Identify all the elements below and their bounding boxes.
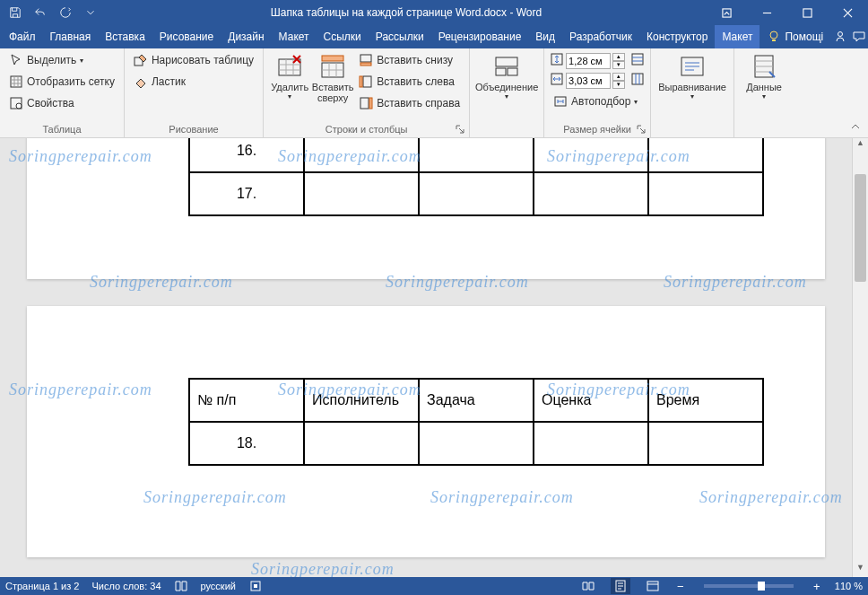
scrollbar-thumb[interactable] [855, 174, 866, 282]
tell-me[interactable]: Помощі [760, 25, 830, 48]
draw-table-button[interactable]: Нарисовать таблицу [130, 50, 257, 70]
distribute-cols-icon[interactable] [630, 72, 645, 89]
insert-below-button[interactable]: Вставить снизу [355, 50, 464, 70]
share-button[interactable] [830, 25, 849, 48]
tab-draw[interactable]: Рисование [152, 25, 221, 48]
table-header-cell[interactable]: Исполнитель [304, 379, 419, 422]
table-header-cell[interactable]: Задача [419, 379, 534, 422]
zoom-thumb[interactable] [758, 582, 765, 591]
table-cell[interactable] [534, 138, 648, 172]
merge-button[interactable]: Объединение▾ [475, 50, 538, 123]
tab-view[interactable]: Вид [528, 25, 562, 48]
properties-button[interactable]: Свойства [5, 93, 118, 113]
table-header-cell[interactable]: Время [648, 379, 763, 422]
page-indicator[interactable]: Страница 1 из 2 [5, 581, 79, 591]
col-width-input[interactable] [566, 73, 611, 89]
autofit-button[interactable]: Автоподбор ▾ [550, 92, 645, 111]
table-cell[interactable] [648, 422, 763, 465]
ribbon-options-button[interactable] [707, 0, 747, 25]
alignment-button[interactable]: Выравнивание▾ [656, 50, 728, 123]
svg-rect-12 [360, 63, 371, 66]
maximize-button[interactable] [787, 0, 828, 25]
distribute-rows-icon[interactable] [630, 52, 645, 69]
insert-above-button[interactable]: Вставить сверху [312, 50, 353, 123]
tab-table-design[interactable]: Конструктор [639, 25, 715, 48]
svg-rect-28 [254, 584, 257, 588]
table-cell[interactable] [648, 172, 763, 215]
table-cell[interactable] [419, 138, 534, 172]
tab-home[interactable]: Главная [43, 25, 99, 48]
macro-button[interactable] [248, 579, 263, 593]
tab-layout[interactable]: Макет [272, 25, 317, 48]
gridlines-button[interactable]: Отобразить сетку [5, 72, 118, 92]
vertical-scrollbar[interactable]: ▲ ▼ [852, 138, 868, 577]
dialog-launcher-icon[interactable] [455, 124, 465, 135]
spellcheck-button[interactable] [174, 579, 188, 593]
row-height-field[interactable]: ▴▾ [550, 52, 645, 69]
properties-icon [9, 96, 23, 110]
height-spinner[interactable]: ▴▾ [612, 53, 625, 69]
tab-developer[interactable]: Разработчик [562, 25, 639, 48]
insert-left-button[interactable]: Вставить слева [355, 72, 464, 92]
collapse-ribbon-button[interactable] [848, 119, 863, 134]
dialog-launcher-icon[interactable] [636, 124, 647, 135]
table-cell[interactable]: 17. [189, 172, 304, 215]
web-layout-button[interactable] [643, 578, 663, 594]
save-button[interactable] [4, 3, 27, 22]
table-cell[interactable] [648, 138, 763, 172]
document-table-page2[interactable]: № п/пИсполнительЗадачаОценкаВремя 18. [188, 378, 764, 466]
table-cell[interactable]: 16. [189, 138, 304, 172]
undo-button[interactable] [29, 3, 52, 22]
table-cell[interactable] [419, 172, 534, 215]
table-header-cell[interactable]: № п/п [189, 379, 304, 422]
web-layout-icon [646, 579, 660, 593]
document-scroll[interactable]: 16. 17. № п/пИсполнительЗадачаОценкаВрем… [0, 138, 852, 577]
tab-table-layout[interactable]: Макет [715, 25, 760, 48]
close-button[interactable] [828, 0, 868, 25]
comments-button[interactable] [849, 25, 868, 48]
group-size-label: Размер ячейки [550, 123, 645, 137]
scroll-up-icon[interactable]: ▲ [853, 138, 868, 153]
table-cell[interactable] [419, 422, 534, 465]
eraser-label: Ластик [152, 75, 186, 88]
insert-right-button[interactable]: Вставить справа [355, 93, 464, 113]
zoom-slider[interactable] [704, 584, 794, 588]
group-table-label: Таблица [5, 123, 118, 137]
table-cell[interactable] [534, 172, 648, 215]
language-indicator[interactable]: русский [201, 581, 236, 591]
table-cell[interactable]: 18. [189, 422, 304, 465]
tab-mailings[interactable]: Рассылки [369, 25, 431, 48]
select-button[interactable]: Выделить ▾ [5, 50, 118, 70]
tab-insert[interactable]: Вставка [98, 25, 152, 48]
delete-button[interactable]: Удалить▾ [269, 50, 310, 123]
scroll-down-icon[interactable]: ▼ [853, 563, 868, 577]
document-table-page1[interactable]: 16. 17. [188, 138, 764, 216]
redo-button[interactable] [54, 3, 77, 22]
minimize-button[interactable] [747, 0, 787, 25]
word-count[interactable]: Число слов: 34 [91, 581, 161, 591]
eraser-button[interactable]: Ластик [130, 72, 257, 92]
tab-review[interactable]: Рецензирование [431, 25, 529, 48]
read-mode-button[interactable] [578, 578, 598, 594]
table-cell[interactable] [534, 422, 648, 465]
tab-references[interactable]: Ссылки [317, 25, 369, 48]
tab-design[interactable]: Дизайн [221, 25, 271, 48]
width-spinner[interactable]: ▴▾ [612, 73, 625, 89]
row-height-input[interactable] [566, 53, 611, 69]
tab-file[interactable]: Файл [2, 25, 43, 48]
table-cell[interactable] [304, 422, 419, 465]
data-button[interactable]: Данные▾ [740, 50, 788, 123]
col-width-field[interactable]: ▴▾ [550, 72, 645, 89]
print-layout-button[interactable] [611, 578, 630, 594]
insert-left-label: Вставить слева [377, 75, 455, 88]
table-cell[interactable] [304, 172, 419, 215]
table-cell[interactable] [304, 138, 419, 172]
qat-dropdown[interactable] [79, 3, 102, 22]
table-header-cell[interactable]: Оценка [534, 379, 648, 422]
zoom-in-button[interactable]: + [812, 580, 822, 593]
zoom-out-button[interactable]: − [675, 580, 686, 593]
status-bar: Страница 1 из 2 Число слов: 34 русский −… [0, 577, 868, 595]
draw-table-label: Нарисовать таблицу [152, 54, 254, 66]
group-merge-label [475, 123, 538, 137]
zoom-level[interactable]: 110 % [835, 581, 863, 591]
